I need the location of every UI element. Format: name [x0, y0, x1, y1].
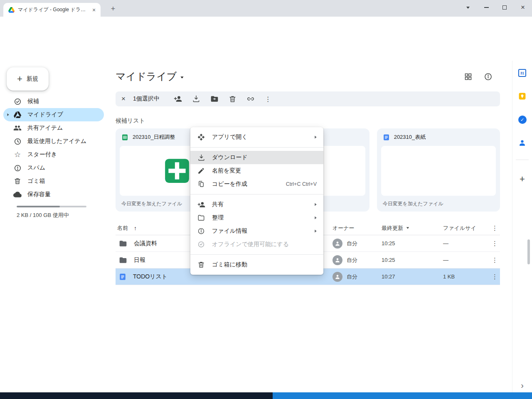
submenu-arrow-icon: [315, 229, 317, 232]
sidebar-item-suggested[interactable]: 候補: [3, 95, 104, 108]
drive-favicon-icon: [8, 7, 15, 13]
folder-icon: [119, 239, 127, 248]
column-header-modified[interactable]: 最終更新: [382, 224, 403, 232]
window-minimize-button[interactable]: [477, 0, 495, 15]
people-icon: [13, 124, 22, 132]
menu-item-organize[interactable]: 整理: [190, 211, 323, 224]
docs-file-icon: [119, 273, 126, 281]
clear-selection-icon[interactable]: ×: [121, 95, 130, 103]
sidebar-item-label: 最近使用したアイテム: [27, 138, 86, 145]
sidebar-item-storage[interactable]: 保存容量: [3, 188, 104, 201]
star-icon: ☆: [13, 150, 22, 159]
column-header-owner[interactable]: オーナー: [332, 224, 382, 232]
sidebar-item-label: 共有アイテム: [27, 124, 63, 132]
menu-item-rename[interactable]: 名前を変更: [190, 164, 323, 177]
download-icon[interactable]: [192, 95, 200, 103]
check-circle-icon: [13, 98, 22, 106]
card-title: 202310_日程調整: [133, 133, 175, 141]
new-tab-button[interactable]: +: [108, 4, 118, 14]
sidebar-item-label: ゴミ箱: [27, 177, 45, 185]
copy-link-icon[interactable]: [246, 95, 255, 103]
modified-time: 10:27: [382, 273, 443, 280]
storage-usage-text: 2 KB / 100 GB 使用中: [17, 212, 69, 219]
owner-avatar: [332, 272, 342, 282]
taskbar-strip-left: [0, 392, 273, 399]
cloud-icon: [13, 190, 22, 199]
more-actions-kebab-icon[interactable]: ⋮: [265, 95, 271, 103]
menu-item-label: ファイル情報: [212, 227, 247, 235]
tab-search-chevron-icon[interactable]: [459, 0, 477, 15]
row-actions-kebab-icon[interactable]: ⋮: [490, 273, 500, 281]
suggestion-card[interactable]: 202310_表紙 今日変更を加えたファイル: [377, 128, 500, 212]
menu-item-move-to-trash[interactable]: ゴミ箱に移動: [190, 258, 323, 271]
clock-icon: [13, 138, 22, 145]
trash-icon[interactable]: [229, 95, 236, 103]
browser-tab[interactable]: マイドライブ - Google ドライブ ×: [3, 3, 101, 17]
menu-item-label: コピーを作成: [212, 180, 247, 188]
sidebar-item-label: スパム: [27, 164, 45, 172]
sidebar-item-trash[interactable]: ゴミ箱: [3, 175, 104, 188]
new-button[interactable]: + 新規: [7, 67, 49, 91]
sidebar-item-label: 候補: [27, 98, 39, 105]
taskbar-strip-right: [273, 392, 532, 399]
sidebar-item-label: 保存容量: [27, 191, 51, 198]
sidebar-item-label: マイドライブ: [27, 111, 63, 118]
menu-item-download[interactable]: ダウンロード: [190, 151, 323, 164]
menu-item-share[interactable]: 共有: [190, 198, 323, 211]
menu-item-label: オフラインで使用可能にする: [212, 241, 289, 248]
sidebar-item-starred[interactable]: ☆ スター付き: [3, 148, 104, 161]
title-dropdown-caret-icon[interactable]: [181, 76, 184, 79]
owner-name: 自分: [347, 256, 357, 264]
file-size: 1 KB: [443, 273, 490, 280]
page-title[interactable]: マイドライブ: [116, 70, 184, 83]
sidebar-item-recent[interactable]: 最近使用したアイテム: [3, 135, 104, 148]
scrollbar-thumb[interactable]: [527, 239, 530, 264]
details-info-icon[interactable]: [484, 72, 493, 81]
sheets-preview-icon: [163, 157, 191, 185]
row-actions-kebab-icon[interactable]: ⋮: [490, 240, 500, 247]
share-person-add-icon[interactable]: [174, 95, 182, 103]
sidebar-item-spam[interactable]: スパム: [3, 161, 104, 175]
column-dropdown-caret-icon[interactable]: [406, 227, 409, 229]
open-with-icon: [197, 133, 205, 141]
layout-toggle-icon[interactable]: [464, 72, 473, 81]
tab-close-icon[interactable]: ×: [91, 7, 97, 13]
menu-item-make-copy[interactable]: コピーを作成 Ctrl+C Ctrl+V: [190, 177, 323, 191]
sidebar-item-my-drive[interactable]: マイドライブ: [3, 108, 104, 121]
column-header-size[interactable]: ファイルサイ: [443, 224, 490, 232]
file-name: 日報: [134, 256, 145, 264]
menu-divider: [190, 254, 323, 255]
file-size: —: [443, 257, 490, 263]
table-options-kebab-icon[interactable]: ⋮: [490, 224, 500, 232]
contacts-app-icon[interactable]: [512, 139, 532, 147]
menu-divider: [190, 147, 323, 148]
menu-item-make-offline: オフラインで使用可能にする: [190, 238, 323, 251]
sidebar-item-shared[interactable]: 共有アイテム: [3, 121, 104, 135]
menu-item-label: アプリで開く: [212, 133, 248, 141]
sort-ascending-icon[interactable]: ↑: [134, 225, 137, 232]
owner-name: 自分: [347, 273, 357, 281]
selection-count: 1個選択中: [133, 95, 160, 103]
share-person-add-icon: [197, 201, 205, 209]
keep-app-icon[interactable]: [512, 92, 532, 100]
menu-item-file-info[interactable]: ファイル情報: [190, 224, 323, 238]
calendar-app-icon[interactable]: 31: [512, 69, 532, 77]
selection-toolbar: × 1個選択中 ⋮: [116, 91, 500, 106]
expand-arrow-icon[interactable]: [7, 113, 9, 116]
menu-item-label: 共有: [212, 201, 224, 208]
move-to-folder-icon[interactable]: [210, 95, 219, 103]
row-actions-kebab-icon[interactable]: ⋮: [490, 256, 500, 264]
workspace-side-panel: 31 ✓ + ›: [512, 61, 532, 392]
drive-triangle-icon: [13, 111, 22, 118]
tasks-app-icon[interactable]: ✓: [512, 116, 532, 124]
window-close-button[interactable]: ×: [514, 0, 532, 15]
window-maximize-button[interactable]: [495, 0, 514, 15]
column-header-name[interactable]: 名前: [117, 224, 128, 232]
collapse-panel-chevron-icon[interactable]: ›: [512, 381, 532, 390]
download-icon: [197, 154, 205, 162]
card-footer: 今日変更を加えたファイル: [377, 196, 500, 212]
menu-item-label: 名前を変更: [212, 167, 241, 175]
menu-item-open-with-app[interactable]: アプリで開く: [190, 131, 323, 144]
add-addon-button[interactable]: +: [512, 174, 532, 185]
new-button-label: 新規: [27, 75, 38, 83]
